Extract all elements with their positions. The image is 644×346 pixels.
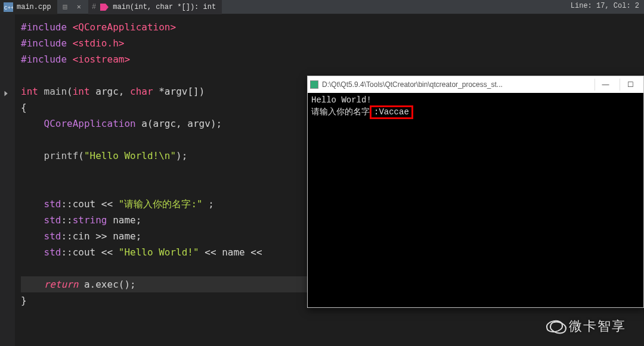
- paren: (: [67, 86, 73, 97]
- ns-std: std: [44, 230, 61, 242]
- split-editor-icon[interactable]: ▤: [57, 2, 73, 11]
- string-literal: "Hello World!\n": [84, 150, 176, 161]
- function-label: main(int, char *[]): int: [113, 3, 216, 11]
- maximize-button[interactable]: ☐: [620, 79, 641, 91]
- kw-return: return: [44, 279, 79, 290]
- watermark-text: 微卡智享: [569, 317, 626, 335]
- cursor-position: Line: 17, Col: 2: [571, 2, 639, 10]
- output-line: Hello World!: [311, 95, 640, 105]
- expr: << name <<: [199, 247, 262, 258]
- preprocessor: #include: [21, 21, 67, 33]
- ns-std: std: [44, 247, 61, 258]
- watermark: 微卡智享: [546, 317, 626, 335]
- include-header: <stdio.h>: [73, 38, 125, 49]
- semi: ;: [203, 198, 214, 210]
- cpp-file-icon: C++: [4, 2, 13, 12]
- wechat-icon: [546, 318, 565, 335]
- tab-bar: C++ main.cpp ▤ ✕ # main(int, char *[]): …: [0, 0, 644, 14]
- console-window[interactable]: D:\Qt\Qt5.9.4\Tools\QtCreator\bin\qtcrea…: [307, 76, 644, 308]
- include-header: <QCoreApplication>: [73, 21, 176, 33]
- hash-icon: #: [92, 3, 96, 11]
- kw-int: int: [73, 86, 90, 97]
- preprocessor: #include: [21, 54, 67, 65]
- fn-main: main: [44, 86, 67, 97]
- brace: }: [21, 295, 27, 306]
- fn-printf: printf: [44, 150, 79, 161]
- type-qcoreapplication: QCoreApplication: [44, 118, 136, 129]
- expr: cout <<: [73, 247, 119, 258]
- svg-text:C++: C++: [4, 5, 13, 11]
- brace: {: [21, 102, 27, 113]
- param: argc,: [90, 86, 130, 97]
- gutter: [0, 0, 15, 346]
- console-app-icon: [310, 80, 318, 89]
- paren: (: [78, 150, 84, 161]
- fold-arrow-icon[interactable]: [2, 89, 11, 98]
- paren: );: [176, 150, 187, 161]
- var-name: name;: [107, 214, 142, 226]
- function-tag-icon: [100, 2, 109, 12]
- tab-main-cpp[interactable]: C++ main.cpp: [0, 0, 57, 14]
- console-titlebar[interactable]: D:\Qt\Qt5.9.4\Tools\QtCreator\bin\qtcrea…: [308, 76, 643, 93]
- expr: cin >> name;: [73, 230, 142, 242]
- output-line: 请输入你的名字:Vaccae: [311, 105, 640, 119]
- minimize-button[interactable]: —: [595, 79, 616, 91]
- param: *argv[]): [153, 86, 205, 97]
- tab-function-nav[interactable]: # main(int, char *[]): int: [88, 0, 222, 14]
- string-literal: "Hello World!": [119, 247, 199, 258]
- expr: cout <<: [73, 198, 119, 210]
- op: ::: [61, 198, 72, 210]
- expr: a.exec();: [78, 279, 135, 290]
- user-input-highlight: :Vaccae: [370, 105, 413, 119]
- op: ::: [61, 247, 72, 258]
- kw-int: int: [21, 86, 38, 97]
- op: ::: [61, 214, 72, 226]
- op: ::: [61, 230, 72, 242]
- string-literal: "请输入你的名字:": [119, 198, 203, 210]
- ns-std: std: [44, 198, 61, 210]
- kw-char: char: [130, 86, 153, 97]
- console-title-path: D:\Qt\Qt5.9.4\Tools\QtCreator\bin\qtcrea…: [322, 80, 591, 89]
- include-header: <iostream>: [73, 54, 130, 65]
- expr: a(argc, argv);: [136, 118, 222, 129]
- prompt-text: 请输入你的名字: [311, 107, 370, 117]
- close-tab-icon[interactable]: ✕: [73, 2, 85, 11]
- type-string: string: [73, 214, 107, 226]
- ns-std: std: [44, 214, 61, 226]
- console-output: Hello World! 请输入你的名字:Vaccae: [308, 93, 643, 121]
- tab-label: main.cpp: [17, 3, 51, 11]
- preprocessor: #include: [21, 38, 67, 49]
